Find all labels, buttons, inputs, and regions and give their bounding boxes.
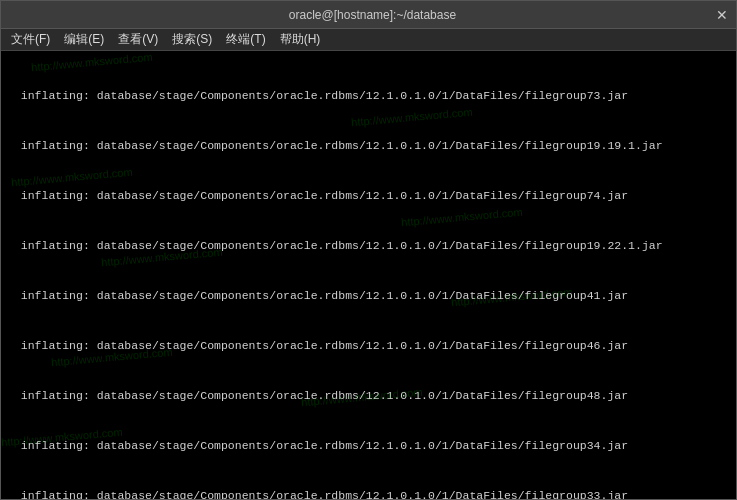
line-5: inflating: database/stage/Components/ora… [7,288,730,305]
terminal-window: oracle@[hostname]:~/database ✕ 文件(F) 编辑(… [0,0,737,500]
line-9: inflating: database/stage/Components/ora… [7,488,730,499]
line-3: inflating: database/stage/Components/ora… [7,188,730,205]
menu-view[interactable]: 查看(V) [112,29,164,50]
terminal-area[interactable]: http://www.mksword.com http://www.mkswor… [1,51,736,499]
line-7: inflating: database/stage/Components/ora… [7,388,730,405]
line-8: inflating: database/stage/Components/ora… [7,438,730,455]
titlebar: oracle@[hostname]:~/database ✕ [1,1,736,29]
close-button[interactable]: ✕ [716,7,728,23]
menu-search[interactable]: 搜索(S) [166,29,218,50]
line-6: inflating: database/stage/Components/ora… [7,338,730,355]
titlebar-title: oracle@[hostname]:~/database [289,8,456,22]
menubar: 文件(F) 编辑(E) 查看(V) 搜索(S) 终端(T) 帮助(H) [1,29,736,51]
menu-terminal[interactable]: 终端(T) [220,29,271,50]
line-1: inflating: database/stage/Components/ora… [7,88,730,105]
line-2: inflating: database/stage/Components/ora… [7,138,730,155]
menu-edit[interactable]: 编辑(E) [58,29,110,50]
menu-file[interactable]: 文件(F) [5,29,56,50]
line-4: inflating: database/stage/Components/ora… [7,238,730,255]
menu-help[interactable]: 帮助(H) [274,29,327,50]
terminal-content: inflating: database/stage/Components/ora… [7,55,730,499]
